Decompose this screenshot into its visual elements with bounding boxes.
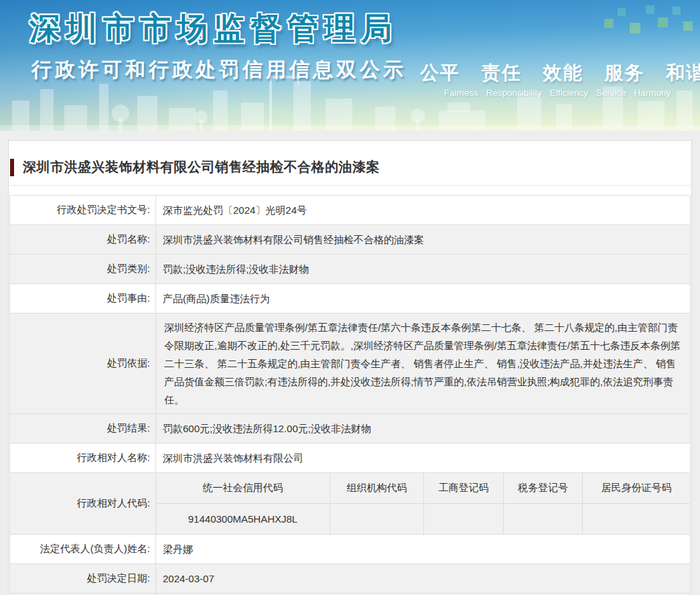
row-label: 处罚名称: xyxy=(10,225,156,255)
penalty-table-row: 处罚结果:罚款600元;没收违法所得12.00元;没收非法财物 xyxy=(10,414,691,444)
mosaic-square xyxy=(618,8,626,16)
mosaic-square xyxy=(646,5,654,14)
row-label: 处罚事由: xyxy=(10,284,156,314)
row-value: 梁丹娜 xyxy=(156,535,691,564)
party-code-column-header: 税务登记号 xyxy=(504,473,583,504)
mosaic-square xyxy=(673,7,681,15)
party-code-column-header: 统一社会信用代码 xyxy=(156,473,330,504)
case-title-block: 深圳市洪盛兴装饰材料有限公司销售经抽检不合格的油漆案 xyxy=(9,141,691,176)
title-divider xyxy=(9,185,691,186)
penalty-table-row: 处罚事由:产品(商品)质量违法行为 xyxy=(10,284,691,314)
row-label: 处罚结果: xyxy=(10,414,156,444)
row-value: 2024-03-07 xyxy=(156,564,691,594)
row-value: 罚款600元;没收违法所得12.00元;没收非法财物 xyxy=(156,414,691,444)
party-code-value xyxy=(504,504,583,535)
mosaic-square xyxy=(604,19,614,28)
mosaic-square xyxy=(630,23,640,34)
banner-subtitle: 行政许可和行政处罚信用信息双公示 xyxy=(31,56,407,84)
row-label: 法定代表人(负责人)姓名: xyxy=(10,535,156,564)
party-code-column-header: 居民身份证号码 xyxy=(583,473,691,504)
penalty-table-row: 处罚决定日期:2024-03-07 xyxy=(10,564,691,594)
row-label: 处罚类别: xyxy=(10,255,156,284)
row-label: 处罚依据: xyxy=(10,314,156,414)
row-value: 罚款;没收违法所得;没收非法财物 xyxy=(156,255,691,284)
row-value: 深圳经济特区产品质量管理条例/第五章法律责任/第六十条违反本条例第二十七条、 第… xyxy=(156,314,691,414)
penalty-table-row: 处罚名称:深圳市洪盛兴装饰材料有限公司销售经抽检不合格的油漆案 xyxy=(10,225,691,255)
title-accent-bar xyxy=(10,159,14,176)
penalty-table-row: 处罚类别:罚款;没收违法所得;没收非法财物 xyxy=(10,255,691,284)
mosaic-square xyxy=(683,21,693,31)
slogan-chinese: 公平 责任 效能 服务 和谐 xyxy=(420,60,695,86)
row-label: 行政相对人代码: xyxy=(10,473,156,535)
row-label: 处罚决定日期: xyxy=(10,564,156,594)
penalty-table-row: 处罚依据:深圳经济特区产品质量管理条例/第五章法律责任/第六十条违反本条例第二十… xyxy=(10,314,691,414)
party-code-column-header: 组织机构代码 xyxy=(330,473,424,504)
row-value: 深圳市洪盛兴装饰材料有限公司 xyxy=(156,444,691,473)
party-code-header-row: 行政相对人代码:统一社会信用代码组织机构代码工商登记码税务登记号居民身份证号码 xyxy=(10,473,691,504)
row-value: 产品(商品)质量违法行为 xyxy=(156,284,691,314)
mosaic-square xyxy=(658,17,668,27)
site-org-name: 深圳市市场监督管理局 xyxy=(29,8,398,50)
penalty-table-row: 行政相对人名称:深圳市洪盛兴装饰材料有限公司 xyxy=(10,444,691,473)
row-value: 深圳市洪盛兴装饰材料有限公司销售经抽检不合格的油漆案 xyxy=(156,225,691,255)
party-code-value xyxy=(424,504,504,535)
party-code-value xyxy=(583,504,691,535)
penalty-table-row: 行政处罚决定书文号:深市监光处罚〔2024〕光明24号 xyxy=(10,196,691,225)
party-code-value: 91440300MA5HAHXJ8L xyxy=(156,504,330,535)
row-value: 深市监光处罚〔2024〕光明24号 xyxy=(156,196,691,225)
content-card: 深圳市洪盛兴装饰材料有限公司销售经抽检不合格的油漆案 行政处罚决定书文号:深市监… xyxy=(8,140,692,595)
party-code-column-header: 工商登记码 xyxy=(424,473,504,504)
penalty-table: 行政处罚决定书文号:深市监光处罚〔2024〕光明24号处罚名称:深圳市洪盛兴装饰… xyxy=(9,195,691,595)
penalty-table-row: 法定代表人(负责人)姓名:梁丹娜 xyxy=(10,535,691,564)
row-label: 行政相对人名称: xyxy=(10,444,156,473)
banner-slogans: 公平 责任 效能 服务 和谐 Faimess Responsibility Ef… xyxy=(420,60,695,98)
site-banner: 深圳市市场监督管理局 行政许可和行政处罚信用信息双公示 公平 责任 效能 服务 … xyxy=(0,0,700,131)
slogan-english: Faimess Responsibility Efficiency Servic… xyxy=(420,88,695,98)
page-title: 深圳市洪盛兴装饰材料有限公司销售经抽检不合格的油漆案 xyxy=(23,158,380,176)
row-label: 行政处罚决定书文号: xyxy=(10,196,156,225)
party-code-value xyxy=(330,504,424,535)
